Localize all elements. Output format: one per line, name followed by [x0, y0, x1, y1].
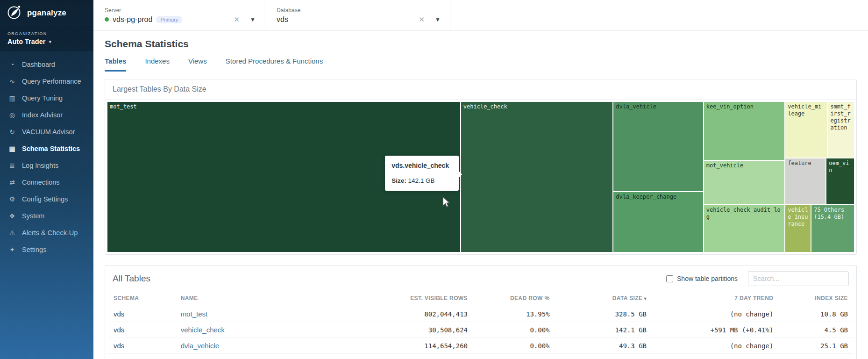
treemap-rect-label: 75 Others (15.4 GB)	[811, 205, 854, 222]
brand-header[interactable]: pganalyze	[0, 0, 93, 26]
tab-views[interactable]: Views	[188, 57, 207, 72]
trend-7d-cell: +54.6 MB (+0.15%)	[652, 354, 779, 359]
column-header-est-visible-rows[interactable]: EST. VISIBLE ROWS	[347, 291, 473, 306]
show-partitions-checkbox[interactable]	[666, 275, 673, 282]
data-size-cell: 35.1 GB	[555, 354, 652, 359]
server-value: vds-pg-prod	[113, 15, 152, 24]
organization-block: ORGANIZATION Auto Trader ▾	[0, 26, 93, 51]
sidebar-item-schema-statistics[interactable]: ▦Schema Statistics	[0, 140, 93, 157]
table-name-link[interactable]: vehicle_check	[181, 326, 225, 334]
system-icon: ❖	[7, 212, 17, 220]
schema-cell: vds	[108, 306, 175, 322]
trend-7d-cell: +591 MB (+0.41%)	[652, 322, 779, 338]
sidebar-item-label: Config Settings	[22, 195, 68, 203]
tables-body: vdsmot_test802,044,41313.95%328.5 GB(no …	[108, 306, 854, 359]
treemap-rect-kee_vin_option[interactable]: kee_vin_option	[704, 101, 785, 160]
sidebar-item-label: Index Advisor	[22, 111, 63, 119]
tab-indexes[interactable]: Indexes	[145, 57, 170, 72]
sidebar-item-settings[interactable]: ✦Settings	[0, 241, 93, 258]
tabs: TablesIndexesViewsStored Procedures & Fu…	[105, 57, 857, 72]
sidebar-item-vacuum-advisor[interactable]: ↻VACUUM Advisor	[0, 123, 93, 140]
sidebar-item-system[interactable]: ❖System	[0, 208, 93, 224]
treemap-rect-others[interactable]: 75 Others (15.4 GB)	[811, 205, 854, 252]
treemap-rect-vehicle_mileage[interactable]: vehicle_mileage	[785, 101, 827, 158]
server-dropdown-caret-icon[interactable]: ▼	[250, 16, 256, 23]
schema-cell: vds	[108, 322, 175, 338]
tab-stored-procedures[interactable]: Stored Procedures & Functions	[226, 57, 323, 72]
sidebar-item-label: Settings	[22, 246, 46, 253]
sidebar-item-label: Schema Statistics	[22, 145, 80, 152]
server-selector[interactable]: Server vds-pg-prod Primary ✕ ▼	[93, 0, 265, 30]
data-size-cell: 328.5 GB	[555, 306, 652, 322]
query-tuning-icon: ▥	[7, 94, 17, 102]
database-clear-icon[interactable]: ✕	[419, 15, 425, 24]
sidebar-item-label: Alerts & Check-Up	[22, 229, 78, 237]
sidebar-item-index-advisor[interactable]: ◎Index Advisor	[0, 107, 93, 123]
dashboard-icon: ◔	[7, 61, 17, 68]
column-header-name[interactable]: NAME	[175, 291, 347, 306]
tab-tables[interactable]: Tables	[105, 57, 126, 72]
treemap-rect-dvla_vehicle[interactable]: dvla_vehicle	[613, 101, 704, 192]
dead-row-pct-cell: 13.95%	[473, 306, 555, 322]
sidebar-item-label: Dashboard	[22, 61, 55, 68]
treemap-tooltip: vds.vehicle_check Size: 142.1 GB	[385, 156, 459, 191]
column-header-index-size[interactable]: INDEX SIZE	[779, 291, 854, 306]
treemap-rect-oem_vin[interactable]: oem_vin	[826, 158, 854, 205]
query-performance-icon: ∿	[7, 78, 17, 85]
database-dropdown-caret-icon[interactable]: ▼	[435, 16, 441, 23]
treemap-rect-label: feature	[785, 158, 825, 168]
treemap-rect-label: oem_vin	[826, 158, 854, 175]
treemap-rect-vehicle_check_audit_log[interactable]: vehicle_check_audit_log	[704, 205, 785, 252]
table-name-link[interactable]: mot_test	[181, 310, 208, 318]
sidebar-item-query-tuning[interactable]: ▥Query Tuning	[0, 90, 93, 107]
sidebar-item-log-insights[interactable]: ≣Log Insights	[0, 157, 93, 174]
sidebar-item-dashboard[interactable]: ◔Dashboard	[0, 56, 93, 73]
pganalyze-logo-icon	[7, 4, 22, 22]
search-input[interactable]	[748, 271, 849, 286]
main-area: Server vds-pg-prod Primary ✕ ▼ Database …	[93, 0, 868, 359]
column-header-data-size[interactable]: DATA SIZE ▾	[555, 291, 652, 306]
content: Schema Statistics TablesIndexesViewsStor…	[93, 31, 868, 359]
organization-label: ORGANIZATION	[7, 31, 86, 36]
index-size-cell: 25.1 GB	[779, 338, 854, 354]
index-size-cell: 23.4 GB	[779, 354, 854, 359]
treemap-rect-feature[interactable]: feature	[785, 158, 826, 205]
sidebar-item-label: Query Performance	[22, 78, 81, 85]
sidebar-item-config-settings[interactable]: ⚙Config Settings	[0, 191, 93, 208]
column-header-schema[interactable]: SCHEMA	[108, 291, 175, 306]
data-size-cell: 142.1 GB	[555, 322, 652, 338]
table-row: vdsmot_test802,044,41313.95%328.5 GB(no …	[108, 306, 854, 322]
brand-name: pganalyze	[27, 8, 66, 18]
organization-selector[interactable]: Auto Trader ▾	[7, 38, 86, 45]
column-header-dead-row-pct[interactable]: DEAD ROW %	[473, 291, 555, 306]
treemap-rect-label: vehicle_check_audit_log	[704, 205, 784, 222]
sidebar-item-label: Query Tuning	[22, 94, 63, 102]
sidebar-item-alerts-check-up[interactable]: ⚠Alerts & Check-Up	[0, 224, 93, 241]
treemap-rect-smmt_first_registration[interactable]: smmt_first_registration	[827, 101, 854, 158]
sidebar-item-label: Log Insights	[22, 162, 58, 169]
treemap-rect-vehicle_check[interactable]: vehicle_check	[461, 101, 613, 252]
treemap-rect-mot_vehicle[interactable]: mot_vehicle	[704, 160, 785, 205]
schema-cell: vds	[108, 338, 175, 354]
database-selector[interactable]: Database vds ✕ ▼	[265, 0, 450, 30]
name-cell: dvla_vehicle	[175, 338, 347, 354]
table-row: vdsdvla_keeper_change132,586,0950.00%35.…	[108, 354, 854, 359]
table-name-link[interactable]: dvla_vehicle	[181, 342, 220, 350]
sidebar-item-query-performance[interactable]: ∿Query Performance	[0, 73, 93, 90]
all-tables-header: All Tables Show table partitions	[105, 266, 856, 291]
config-settings-icon: ⚙	[7, 195, 17, 203]
sidebar-item-connections[interactable]: ⇄Connections	[0, 174, 93, 191]
tooltip-arrow	[459, 171, 462, 178]
mouse-cursor-icon	[442, 196, 450, 209]
treemap-rect-vehicle_insurance[interactable]: vehicle_insurance	[785, 205, 811, 252]
name-cell: mot_test	[175, 306, 347, 322]
page-title: Schema Statistics	[105, 38, 857, 50]
sidebar-item-label: System	[22, 212, 44, 220]
sidebar: pganalyze ORGANIZATION Auto Trader ▾ ◔Da…	[0, 0, 93, 359]
treemap-rect-dvla_keeper_change[interactable]: dvla_keeper_change	[613, 192, 704, 252]
column-header-trend-7d[interactable]: 7 DAY TREND	[652, 291, 779, 306]
server-clear-icon[interactable]: ✕	[234, 15, 240, 24]
organization-name: Auto Trader	[7, 38, 45, 45]
server-label: Server	[105, 7, 256, 14]
est-visible-rows-cell: 30,508,624	[347, 322, 473, 338]
